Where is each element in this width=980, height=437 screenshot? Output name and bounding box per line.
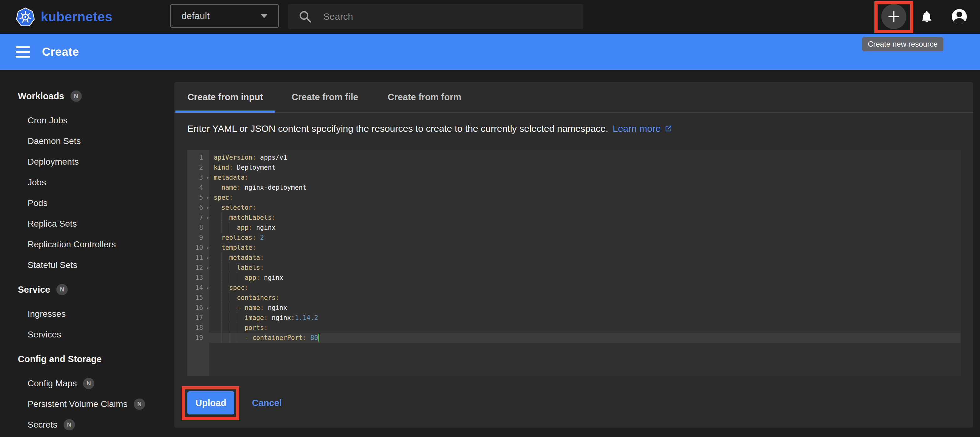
token-punc: :: [245, 284, 248, 291]
token-punc: :: [248, 224, 252, 231]
indent: [214, 294, 237, 301]
sidebar-item-jobs[interactable]: Jobs: [0, 172, 174, 193]
token-key: name: [221, 184, 237, 191]
fold-arrow-icon[interactable]: ▾: [207, 283, 209, 293]
token-punc: :: [252, 244, 256, 251]
line-number: 18: [187, 323, 209, 333]
line-number: 12▾: [187, 263, 209, 273]
line-number: 10▾: [187, 242, 209, 253]
create-new-resource-tooltip: Create new resource: [862, 37, 943, 51]
line-number: 14▾: [187, 283, 209, 293]
sidebar-item-replica-sets[interactable]: Replica Sets: [0, 214, 174, 234]
create-new-resource-button[interactable]: [881, 4, 906, 29]
menu-icon[interactable]: [16, 46, 30, 58]
indent-guide: [221, 313, 222, 323]
token-dash: -: [245, 334, 253, 342]
token-punc: :: [229, 164, 233, 171]
token-key: replicas: [221, 234, 253, 241]
sidebar-item-pods[interactable]: Pods: [0, 193, 174, 214]
token-punc: :: [275, 294, 279, 301]
line-number: 17: [187, 313, 209, 323]
token-num: 80: [306, 334, 318, 342]
cancel-button[interactable]: Cancel: [252, 398, 282, 408]
code-line-19: 19 - containerPort: 80: [187, 333, 961, 343]
code-text: containers:: [209, 293, 961, 303]
sidebar-item-stateful-sets[interactable]: Stateful Sets: [0, 255, 174, 276]
tab-create-from-input[interactable]: Create from input: [175, 82, 275, 112]
page-title: Create: [42, 45, 79, 59]
sidebar-item-cron-jobs[interactable]: Cron Jobs: [0, 110, 174, 131]
section-label: Config and Storage: [18, 354, 102, 364]
search-input[interactable]: [323, 11, 562, 22]
brand-name[interactable]: kubernetes: [41, 10, 113, 24]
sidebar-item-config-maps[interactable]: Config MapsN: [0, 373, 174, 394]
tab-create-from-file[interactable]: Create from file: [275, 82, 375, 112]
sidebar-item-ingresses[interactable]: Ingresses: [0, 304, 174, 324]
fold-arrow-icon[interactable]: ▾: [207, 193, 209, 203]
account-icon[interactable]: [952, 9, 967, 24]
namespace-selector[interactable]: default: [170, 4, 279, 28]
external-link-icon: [664, 125, 672, 133]
line-number: 15: [187, 293, 209, 303]
token-key: labels: [237, 264, 260, 271]
sidebar-item-replication-controllers[interactable]: Replication Controllers: [0, 234, 174, 255]
fold-arrow-icon[interactable]: ▾: [207, 173, 209, 183]
indent: [214, 234, 221, 241]
fold-arrow-icon[interactable]: ▾: [207, 203, 209, 213]
fold-arrow-icon[interactable]: ▾: [207, 243, 209, 253]
code-line-11: 11▾ metadata:: [187, 253, 961, 263]
code-line-12: 12▾ labels:: [187, 263, 961, 273]
line-number: 16▾: [187, 303, 209, 313]
yaml-editor[interactable]: 1apiVersion: apps/v12kind: Deployment3▾m…: [187, 150, 961, 376]
token-val: Deployment: [233, 164, 276, 171]
token-val: apps/v1: [256, 154, 287, 161]
notifications-button[interactable]: [920, 10, 934, 24]
plus-icon: [887, 10, 901, 24]
code-text: app: nginx: [209, 273, 961, 283]
code-text: template:: [209, 242, 961, 253]
sidebar-item-persistent-volume-claims[interactable]: Persistent Volume ClaimsN: [0, 394, 174, 415]
line-number: 3▾: [187, 173, 209, 182]
code-text: matchLabels:: [209, 212, 961, 223]
line-number: 4: [187, 182, 209, 193]
code-line-2: 2kind: Deployment: [187, 163, 961, 173]
token-key: spec: [229, 284, 244, 291]
brand[interactable]: kubernetes: [16, 0, 113, 34]
sidebar-item-deployments[interactable]: Deployments: [0, 152, 174, 172]
line-number: 11▾: [187, 253, 209, 263]
code-text: metadata:: [209, 173, 961, 182]
indent-guide: [229, 333, 229, 343]
fold-arrow-icon[interactable]: ▾: [207, 253, 209, 263]
item-label: Cron Jobs: [27, 116, 68, 125]
learn-more-link[interactable]: Learn more: [612, 124, 672, 134]
code-text: kind: Deployment: [209, 163, 961, 173]
token-punc: :: [229, 194, 233, 201]
sidebar-section-workloads[interactable]: WorkloadsN: [0, 86, 174, 106]
search-bar[interactable]: [288, 4, 583, 29]
item-label: Replica Sets: [27, 219, 77, 229]
item-label: Daemon Sets: [27, 136, 81, 146]
fold-arrow-icon[interactable]: ▾: [207, 213, 209, 223]
token-punc: :: [260, 264, 264, 271]
sidebar-section-config-and-storage[interactable]: Config and Storage: [0, 349, 174, 369]
fold-arrow-icon[interactable]: ▾: [207, 263, 209, 273]
section-label: Workloads: [18, 91, 64, 101]
code-text: metadata:: [209, 253, 961, 263]
code-text: name: nginx-deployment: [209, 182, 961, 193]
indent-guide: [221, 303, 222, 313]
sidebar-item-secrets[interactable]: SecretsN: [0, 415, 174, 435]
indent-guide: [221, 212, 222, 223]
item-label: Persistent Volume Claims: [27, 399, 127, 409]
sidebar-item-daemon-sets[interactable]: Daemon Sets: [0, 131, 174, 152]
indent-guide: [221, 273, 222, 283]
sidebar-item-services[interactable]: Services: [0, 324, 174, 345]
fold-arrow-icon[interactable]: ▾: [207, 303, 209, 313]
namespaced-badge: N: [64, 419, 75, 431]
upload-button[interactable]: Upload: [187, 391, 234, 415]
item-label: Replication Controllers: [27, 239, 116, 250]
sidebar-section-service[interactable]: ServiceN: [0, 279, 174, 300]
tab-create-from-form[interactable]: Create from form: [375, 82, 474, 112]
token-val: nginx-deployment: [240, 184, 306, 191]
code-text: spec:: [209, 283, 961, 293]
code-text: labels:: [209, 263, 961, 273]
